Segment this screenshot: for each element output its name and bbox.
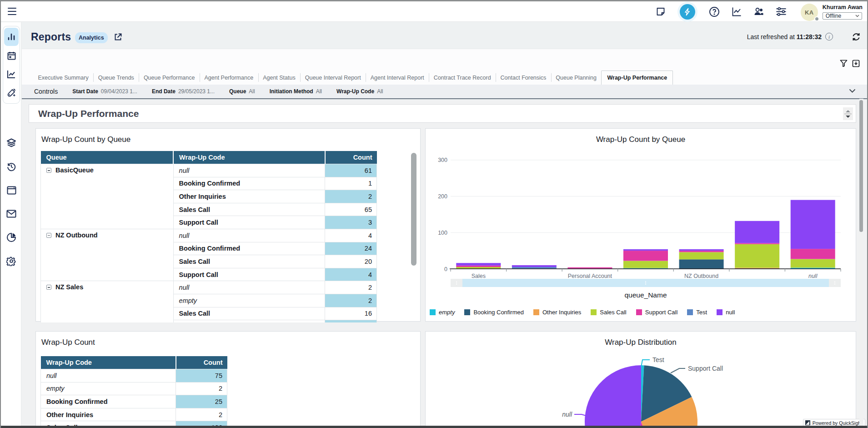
flash-active-halo: [677, 2, 697, 22]
sidebar-item-mail[interactable]: [4, 208, 19, 220]
control-label: Start Date: [72, 88, 98, 95]
control-value: 29/05/2023 1...: [178, 88, 215, 95]
table-cell: 2: [176, 408, 227, 421]
pie-chart[interactable]: TestSupport Callnull: [426, 332, 856, 428]
legend-item[interactable]: Support Call: [636, 309, 678, 316]
column-header[interactable]: Count: [176, 356, 227, 369]
last-refreshed-time: 11:28:32: [797, 33, 822, 40]
tab-executive-summary[interactable]: Executive Summary: [33, 70, 93, 85]
tab-agent-status[interactable]: Agent Status: [258, 70, 301, 85]
help-icon[interactable]: [709, 6, 720, 17]
sidebar-item-flows[interactable]: [4, 137, 19, 149]
refresh-icon[interactable]: [852, 32, 861, 43]
table-cell: Sales Call: [173, 307, 325, 320]
sidebar-item-schedule[interactable]: [4, 46, 19, 65]
gear-icon: [6, 256, 16, 266]
settings-sliders-icon[interactable]: [776, 6, 787, 17]
tab-queue-trends[interactable]: Queue Trends: [93, 70, 139, 85]
legend-item[interactable]: Sales Call: [591, 309, 627, 316]
spinner-down-icon: [845, 115, 851, 118]
external-link-icon[interactable]: [114, 33, 122, 43]
panel-wrapup-count-by-queue-chart: Wrap-Up Count by Queue 0100200300SalesPe…: [425, 128, 856, 322]
wrapup-by-queue-table[interactable]: QueueWrap-Up CodeCountBasicQueuenull61Bo…: [40, 151, 377, 322]
legend-swatch: [533, 309, 539, 315]
flash-icon[interactable]: [680, 4, 695, 20]
download-icon[interactable]: [852, 60, 860, 69]
hamburger-menu-icon[interactable]: [8, 8, 16, 16]
column-header[interactable]: Wrap-Up Code: [173, 151, 325, 164]
sidebar-item-workspace[interactable]: [4, 184, 19, 196]
control-label: Wrap-Up Code: [336, 88, 374, 95]
controls-collapse-chevron[interactable]: [849, 88, 856, 95]
tab-queue-interval-report[interactable]: Queue Interval Report: [300, 70, 366, 85]
tab-queue-performance[interactable]: Queue Performance: [139, 70, 200, 85]
legend-item[interactable]: null: [717, 309, 735, 316]
table-cell: 25: [176, 395, 227, 408]
info-icon[interactable]: i: [825, 33, 833, 40]
history-icon: [6, 161, 16, 171]
tab-contract-trace-record[interactable]: Contract Trace Record: [429, 70, 496, 85]
sidebar-item-dashboards[interactable]: [4, 232, 19, 243]
sidebar-item-design[interactable]: [4, 84, 19, 102]
chart-legend: emptyBooking ConfirmedOther InquiriesSal…: [430, 308, 735, 316]
tab-queue-planning[interactable]: Queue Planning: [551, 70, 602, 85]
status-dot: [814, 16, 819, 21]
sidebar-item-settings[interactable]: [4, 255, 19, 267]
control-queue[interactable]: QueueAll: [229, 88, 255, 95]
metrics-icon[interactable]: [731, 6, 742, 17]
tab-agent-performance[interactable]: Agent Performance: [200, 70, 258, 85]
legend-item[interactable]: Other Inquiries: [533, 309, 581, 316]
collapse-icon[interactable]: [46, 285, 51, 290]
legend-label: empty: [439, 309, 455, 316]
table-cell: 2: [176, 382, 227, 395]
page-scrollbar-thumb[interactable]: [859, 100, 863, 232]
sidebar-item-history[interactable]: [4, 161, 19, 172]
table-cell: 2: [325, 294, 377, 307]
filter-icon[interactable]: [840, 60, 848, 69]
column-header[interactable]: Queue: [41, 151, 174, 164]
collapse-icon[interactable]: [46, 233, 51, 238]
wrapup-count-table[interactable]: Wrap-Up CodeCountnull75empty2Booking Con…: [40, 356, 227, 428]
powered-by-text: Powered by QuickSight: [813, 420, 862, 426]
svg-text:NZ Outbound: NZ Outbound: [684, 273, 718, 279]
controls-row: Controls Start Date09/04/2023 1...End Da…: [22, 85, 867, 99]
legend-swatch: [464, 309, 470, 315]
legend-item[interactable]: Booking Confirmed: [464, 309, 524, 316]
column-header[interactable]: Wrap-Up Code: [41, 356, 176, 369]
notes-icon[interactable]: [655, 6, 666, 17]
legend-item[interactable]: Test: [687, 309, 707, 316]
reports-header-band: [22, 22, 867, 49]
column-header[interactable]: Count: [325, 151, 377, 164]
table-cell: 4: [325, 268, 377, 281]
table-cell: null: [173, 229, 325, 242]
tab-contact-forensics[interactable]: Contact Forensics: [496, 70, 551, 85]
tab-wrap-up-performance[interactable]: Wrap-Up Performance: [601, 70, 673, 85]
svg-text:null: null: [562, 411, 572, 418]
control-start-date[interactable]: Start Date09/04/2023 1...: [72, 88, 137, 95]
stacked-bar-chart[interactable]: 0100200300SalesPersonal AccountNZ Outbou…: [426, 129, 856, 302]
calendar-icon: [7, 51, 16, 60]
control-wrap-up-code[interactable]: Wrap-Up CodeAll: [336, 88, 383, 95]
table-cell: 2: [325, 190, 377, 203]
legend-label: Support Call: [645, 309, 678, 316]
status-dropdown[interactable]: Offline: [823, 12, 862, 20]
legend-swatch: [591, 309, 597, 315]
sidebar-item-metrics[interactable]: [4, 65, 19, 83]
control-value: All: [316, 88, 322, 95]
tab-agent-interval-report[interactable]: Agent Interval Report: [366, 70, 429, 85]
quicksight-logo-icon: [805, 420, 810, 425]
sidebar-item-reports[interactable]: [4, 28, 19, 46]
table-scrollbar[interactable]: [411, 153, 416, 266]
control-end-date[interactable]: End Date29/05/2023 1...: [152, 88, 215, 95]
sheet-pager-spinner[interactable]: [843, 107, 853, 120]
legend-item[interactable]: empty: [430, 309, 455, 316]
collapse-icon[interactable]: [46, 168, 51, 173]
users-icon[interactable]: [753, 6, 764, 17]
control-label: Initiation Method: [270, 88, 313, 95]
panel-wrapup-count-table: Wrap-Up Count Wrap-Up CodeCountnull75emp…: [35, 331, 421, 428]
control-initiation-method[interactable]: Initiation MethodAll: [270, 88, 322, 95]
table-row: Booking Confirmed25: [41, 395, 227, 408]
svg-text:Sales: Sales: [472, 273, 486, 279]
table-cell: null: [41, 369, 176, 383]
table-cell: 2: [325, 281, 377, 294]
